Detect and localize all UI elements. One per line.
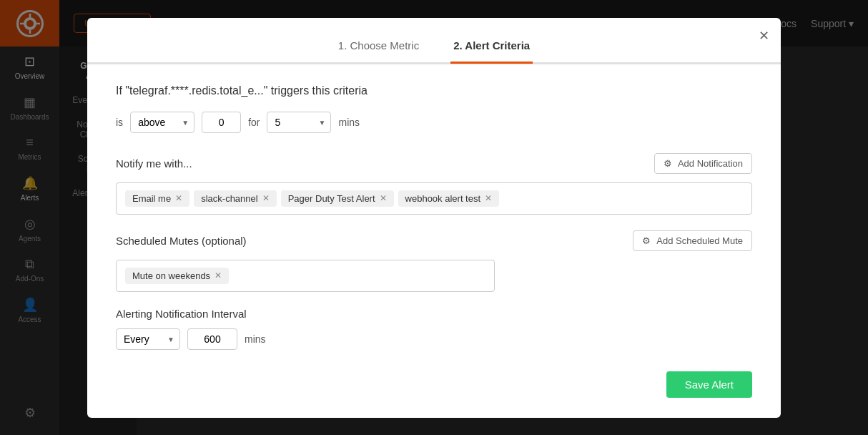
duration-select-wrapper: 5 10 15 30 (267, 112, 331, 133)
threshold-input[interactable] (202, 112, 241, 133)
tag-label: webhook alert test (405, 193, 481, 204)
add-mute-label: Add Scheduled Mute (656, 235, 743, 246)
modal-footer: Save Alert (87, 371, 781, 418)
notifications-tags-box: Email me ✕ slack-channel ✕ Pager Duty Te… (116, 182, 752, 215)
tag-webhook: webhook alert test ✕ (398, 190, 500, 207)
tag-email-me: Email me ✕ (125, 190, 189, 207)
interval-title: Alerting Notification Interval (116, 308, 752, 320)
tag-close-webhook[interactable]: ✕ (485, 193, 492, 203)
every-select[interactable]: Every Never (116, 328, 180, 350)
tab-alert-criteria[interactable]: 2. Alert Criteria (450, 32, 533, 64)
tag-mute-weekends: Mute on weekends ✕ (125, 268, 229, 284)
tag-close-slack[interactable]: ✕ (262, 193, 270, 203)
tag-pager-duty: Pager Duty Test Alert ✕ (281, 190, 394, 207)
tag-close-pager-duty[interactable]: ✕ (380, 193, 387, 203)
add-notification-label: Add Notification (678, 158, 743, 169)
interval-input[interactable] (187, 328, 237, 350)
duration-select[interactable]: 5 10 15 30 (267, 112, 331, 133)
tab-choose-metric[interactable]: 1. Choose Metric (335, 32, 422, 64)
tag-slack-channel: slack-channel ✕ (194, 190, 277, 207)
modal-body: If "telegraf.****.redis.total_e..." trig… (87, 64, 781, 371)
modal: ✕ 1. Choose Metric 2. Alert Criteria If … (87, 18, 781, 418)
gear-icon-mute: ⚙ (642, 235, 651, 246)
criteria-title: If "telegraf.****.redis.total_e..." trig… (116, 84, 752, 97)
tag-close-mute-weekends[interactable]: ✕ (214, 270, 222, 280)
tag-label: Pager Duty Test Alert (288, 193, 375, 204)
condition-select[interactable]: above below equal (130, 112, 194, 133)
add-notification-button[interactable]: ⚙ Add Notification (654, 153, 752, 174)
tag-label: Mute on weekends (132, 270, 210, 281)
is-label: is (116, 117, 123, 128)
tag-label: slack-channel (201, 193, 258, 204)
tag-close-email-me[interactable]: ✕ (175, 193, 182, 203)
add-scheduled-mute-button[interactable]: ⚙ Add Scheduled Mute (633, 230, 752, 251)
modal-overlay: ✕ 1. Choose Metric 2. Alert Criteria If … (0, 0, 868, 435)
gear-icon: ⚙ (664, 158, 672, 169)
notify-title: Notify me with... (116, 157, 192, 170)
mutes-tags-box: Mute on weekends ✕ (116, 260, 495, 292)
mins-label: mins (338, 117, 360, 128)
interval-mins-label: mins (245, 333, 266, 345)
for-label: for (248, 117, 260, 128)
criteria-row: is above below equal for 5 10 15 30 (116, 112, 752, 133)
every-select-wrapper: Every Never (116, 328, 180, 350)
tag-label: Email me (132, 193, 171, 204)
modal-tabs: 1. Choose Metric 2. Alert Criteria (87, 18, 781, 64)
condition-select-wrapper: above below equal (130, 112, 194, 133)
mutes-title: Scheduled Mutes (optional) (116, 235, 247, 247)
notify-section-header: Notify me with... ⚙ Add Notification (116, 153, 752, 174)
modal-close-button[interactable]: ✕ (759, 28, 769, 44)
mutes-section-header: Scheduled Mutes (optional) ⚙ Add Schedul… (116, 230, 752, 251)
save-alert-button[interactable]: Save Alert (666, 371, 752, 398)
interval-row: Every Never mins (116, 328, 752, 350)
